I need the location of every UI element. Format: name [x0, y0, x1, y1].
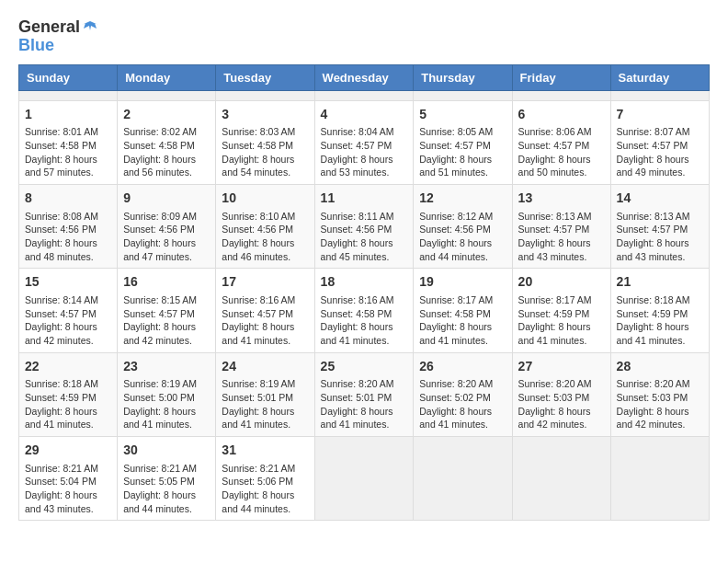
day-number: 9: [123, 190, 210, 208]
weekday-header: Tuesday: [216, 64, 314, 90]
logo-bird-icon: [82, 19, 98, 36]
day-number: 21: [617, 273, 703, 292]
calendar-cell: [414, 90, 512, 100]
day-info: Sunrise: 8:20 AMSunset: 5:03 PMDaylight:…: [518, 377, 605, 431]
weekday-header: Saturday: [610, 64, 709, 90]
calendar-week-row: 15Sunrise: 8:14 AMSunset: 4:57 PMDayligh…: [19, 269, 710, 352]
calendar-header-row: SundayMondayTuesdayWednesdayThursdayFrid…: [19, 64, 710, 90]
weekday-header: Thursday: [414, 64, 512, 90]
day-info: Sunrise: 8:09 AMSunset: 4:56 PMDaylight:…: [123, 210, 210, 264]
calendar-week-row: 22Sunrise: 8:18 AMSunset: 4:59 PMDayligh…: [19, 352, 710, 436]
day-info: Sunrise: 8:05 AMSunset: 4:57 PMDaylight:…: [419, 125, 506, 179]
day-number: 4: [321, 106, 408, 124]
day-number: 10: [222, 190, 308, 208]
day-number: 6: [518, 106, 605, 124]
day-info: Sunrise: 8:21 AMSunset: 5:06 PMDaylight:…: [222, 462, 308, 516]
calendar-cell: 8Sunrise: 8:08 AMSunset: 4:56 PMDaylight…: [19, 184, 118, 268]
day-number: 31: [222, 442, 308, 460]
calendar-cell: 25Sunrise: 8:20 AMSunset: 5:01 PMDayligh…: [314, 352, 414, 436]
day-number: 13: [518, 190, 605, 208]
calendar-cell: 13Sunrise: 8:13 AMSunset: 4:57 PMDayligh…: [512, 184, 610, 268]
day-number: 17: [222, 273, 308, 292]
day-info: Sunrise: 8:08 AMSunset: 4:56 PMDaylight:…: [25, 210, 111, 264]
day-info: Sunrise: 8:16 AMSunset: 4:58 PMDaylight:…: [321, 293, 408, 348]
day-number: 22: [25, 358, 111, 376]
calendar-cell: 1Sunrise: 8:01 AMSunset: 4:58 PMDaylight…: [19, 100, 118, 184]
page-header: General Blue: [18, 18, 710, 55]
weekday-header: Wednesday: [314, 64, 414, 90]
calendar-cell: 30Sunrise: 8:21 AMSunset: 5:05 PMDayligh…: [118, 436, 216, 520]
calendar-cell: [610, 90, 709, 100]
day-number: 7: [617, 106, 703, 124]
calendar-cell: [512, 436, 610, 520]
calendar-cell: 10Sunrise: 8:10 AMSunset: 4:56 PMDayligh…: [216, 184, 314, 268]
logo-blue: Blue: [18, 37, 98, 55]
calendar-cell: 28Sunrise: 8:20 AMSunset: 5:03 PMDayligh…: [610, 352, 709, 436]
calendar-cell: [118, 90, 216, 100]
day-info: Sunrise: 8:19 AMSunset: 5:00 PMDaylight:…: [123, 377, 210, 431]
calendar-cell: 3Sunrise: 8:03 AMSunset: 4:58 PMDaylight…: [216, 100, 314, 184]
day-number: 23: [123, 358, 210, 376]
day-number: 19: [419, 273, 506, 292]
calendar-cell: 16Sunrise: 8:15 AMSunset: 4:57 PMDayligh…: [118, 269, 216, 352]
day-number: 26: [419, 358, 506, 376]
day-info: Sunrise: 8:18 AMSunset: 4:59 PMDaylight:…: [617, 293, 703, 348]
day-info: Sunrise: 8:13 AMSunset: 4:57 PMDaylight:…: [617, 210, 703, 264]
day-info: Sunrise: 8:07 AMSunset: 4:57 PMDaylight:…: [617, 125, 703, 179]
day-info: Sunrise: 8:21 AMSunset: 5:04 PMDaylight:…: [25, 462, 111, 516]
calendar-cell: 11Sunrise: 8:11 AMSunset: 4:56 PMDayligh…: [314, 184, 414, 268]
day-number: 5: [419, 106, 506, 124]
day-number: 28: [617, 358, 703, 376]
day-number: 8: [25, 190, 111, 208]
day-info: Sunrise: 8:01 AMSunset: 4:58 PMDaylight:…: [25, 125, 111, 179]
day-info: Sunrise: 8:13 AMSunset: 4:57 PMDaylight:…: [518, 210, 605, 264]
day-info: Sunrise: 8:21 AMSunset: 5:05 PMDaylight:…: [123, 462, 210, 516]
calendar-cell: 2Sunrise: 8:02 AMSunset: 4:58 PMDaylight…: [118, 100, 216, 184]
day-info: Sunrise: 8:19 AMSunset: 5:01 PMDaylight:…: [222, 377, 308, 431]
calendar-table: SundayMondayTuesdayWednesdayThursdayFrid…: [18, 64, 710, 522]
calendar-week-row: 1Sunrise: 8:01 AMSunset: 4:58 PMDaylight…: [19, 100, 710, 184]
day-info: Sunrise: 8:20 AMSunset: 5:01 PMDaylight:…: [321, 377, 408, 431]
calendar-cell: 24Sunrise: 8:19 AMSunset: 5:01 PMDayligh…: [216, 352, 314, 436]
day-info: Sunrise: 8:17 AMSunset: 4:59 PMDaylight:…: [518, 293, 605, 348]
weekday-header: Friday: [512, 64, 610, 90]
calendar-cell: [512, 90, 610, 100]
day-number: 16: [123, 273, 210, 292]
day-number: 29: [25, 442, 111, 460]
day-info: Sunrise: 8:11 AMSunset: 4:56 PMDaylight:…: [321, 210, 408, 264]
svg-marker-0: [82, 21, 98, 30]
calendar-cell: 14Sunrise: 8:13 AMSunset: 4:57 PMDayligh…: [610, 184, 709, 268]
calendar-cell: 17Sunrise: 8:16 AMSunset: 4:57 PMDayligh…: [216, 269, 314, 352]
day-info: Sunrise: 8:10 AMSunset: 4:56 PMDaylight:…: [222, 210, 308, 264]
calendar-cell: 20Sunrise: 8:17 AMSunset: 4:59 PMDayligh…: [512, 269, 610, 352]
calendar-cell: 7Sunrise: 8:07 AMSunset: 4:57 PMDaylight…: [610, 100, 709, 184]
calendar-cell: 5Sunrise: 8:05 AMSunset: 4:57 PMDaylight…: [414, 100, 512, 184]
day-number: 11: [321, 190, 408, 208]
calendar-week-row: 29Sunrise: 8:21 AMSunset: 5:04 PMDayligh…: [19, 436, 710, 520]
calendar-cell: 9Sunrise: 8:09 AMSunset: 4:56 PMDaylight…: [118, 184, 216, 268]
calendar-cell: [19, 90, 118, 100]
calendar-cell: [314, 436, 414, 520]
day-number: 3: [222, 106, 308, 124]
day-number: 1: [25, 106, 111, 124]
day-info: Sunrise: 8:03 AMSunset: 4:58 PMDaylight:…: [222, 125, 308, 179]
day-info: Sunrise: 8:12 AMSunset: 4:56 PMDaylight:…: [419, 210, 506, 264]
day-info: Sunrise: 8:18 AMSunset: 4:59 PMDaylight:…: [25, 377, 111, 431]
day-info: Sunrise: 8:16 AMSunset: 4:57 PMDaylight:…: [222, 293, 308, 348]
calendar-week-row: [19, 90, 710, 100]
day-number: 14: [617, 190, 703, 208]
calendar-cell: [216, 90, 314, 100]
calendar-cell: 19Sunrise: 8:17 AMSunset: 4:58 PMDayligh…: [414, 269, 512, 352]
day-number: 15: [25, 273, 111, 292]
logo: General Blue: [18, 18, 98, 55]
calendar-cell: 18Sunrise: 8:16 AMSunset: 4:58 PMDayligh…: [314, 269, 414, 352]
calendar-cell: 4Sunrise: 8:04 AMSunset: 4:57 PMDaylight…: [314, 100, 414, 184]
day-info: Sunrise: 8:15 AMSunset: 4:57 PMDaylight:…: [123, 293, 210, 348]
logo-general: General: [18, 18, 80, 37]
calendar-cell: 21Sunrise: 8:18 AMSunset: 4:59 PMDayligh…: [610, 269, 709, 352]
day-info: Sunrise: 8:04 AMSunset: 4:57 PMDaylight:…: [321, 125, 408, 179]
weekday-header: Sunday: [19, 64, 118, 90]
day-number: 25: [321, 358, 408, 376]
calendar-cell: 29Sunrise: 8:21 AMSunset: 5:04 PMDayligh…: [19, 436, 118, 520]
day-number: 2: [123, 106, 210, 124]
